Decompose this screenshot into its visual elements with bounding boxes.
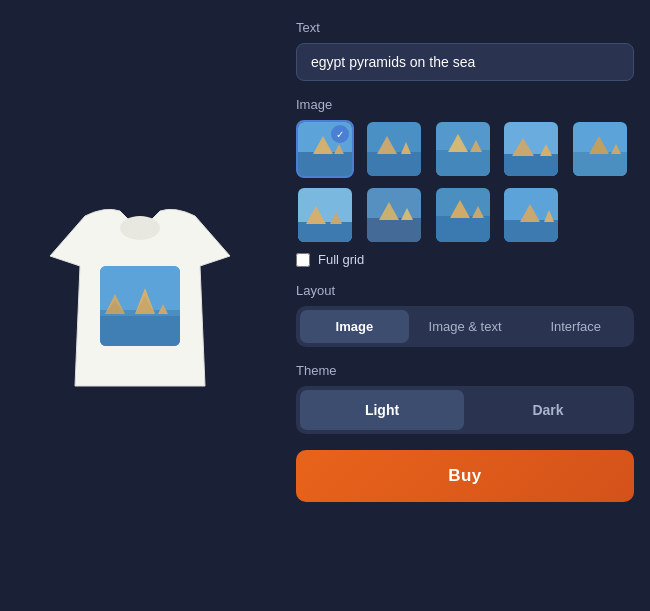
svg-point-0 <box>120 216 160 240</box>
image-thumb-1[interactable]: ✓ <box>296 120 354 178</box>
full-grid-label[interactable]: Full grid <box>318 252 364 267</box>
image-thumb-9[interactable] <box>502 186 560 244</box>
image-section-label: Image <box>296 97 634 112</box>
svg-rect-3 <box>100 316 180 346</box>
left-panel <box>0 0 280 611</box>
theme-light-button[interactable]: Light <box>300 390 464 430</box>
text-section-label: Text <box>296 20 634 35</box>
image-thumb-2[interactable] <box>365 120 423 178</box>
tshirt-preview <box>30 186 250 426</box>
image-thumb-4[interactable] <box>502 120 560 178</box>
layout-image-text-button[interactable]: Image & text <box>411 310 520 343</box>
image-thumb-5[interactable] <box>571 120 629 178</box>
image-section: Image ✓ <box>296 97 634 267</box>
selected-check-badge: ✓ <box>331 125 349 143</box>
svg-rect-22 <box>504 154 558 176</box>
theme-section-label: Theme <box>296 363 634 378</box>
svg-rect-30 <box>298 222 352 242</box>
image-thumb-6[interactable] <box>296 186 354 244</box>
svg-rect-18 <box>436 150 490 176</box>
theme-buttons-group: Light Dark <box>296 386 634 434</box>
svg-rect-14 <box>367 152 421 176</box>
theme-dark-button[interactable]: Dark <box>466 390 630 430</box>
text-input[interactable] <box>296 43 634 81</box>
image-grid-row1: ✓ <box>296 120 634 178</box>
image-grid-row2 <box>296 186 634 244</box>
layout-buttons-group: Image Image & text Interface <box>296 306 634 347</box>
image-thumb-8[interactable] <box>434 186 492 244</box>
layout-section-label: Layout <box>296 283 634 298</box>
full-grid-checkbox[interactable] <box>296 253 310 267</box>
layout-interface-button[interactable]: Interface <box>521 310 630 343</box>
svg-rect-42 <box>504 220 558 242</box>
svg-rect-26 <box>573 152 627 176</box>
svg-rect-10 <box>298 152 352 176</box>
image-thumb-3[interactable] <box>434 120 492 178</box>
image-thumb-7[interactable] <box>365 186 423 244</box>
right-panel: Text Image ✓ <box>280 0 650 611</box>
theme-section: Theme Light Dark <box>296 363 634 434</box>
svg-rect-38 <box>436 216 490 242</box>
text-section: Text <box>296 20 634 81</box>
svg-rect-34 <box>367 218 421 242</box>
buy-button[interactable]: Buy <box>296 450 634 502</box>
full-grid-row: Full grid <box>296 252 634 267</box>
layout-image-button[interactable]: Image <box>300 310 409 343</box>
layout-section: Layout Image Image & text Interface <box>296 283 634 347</box>
